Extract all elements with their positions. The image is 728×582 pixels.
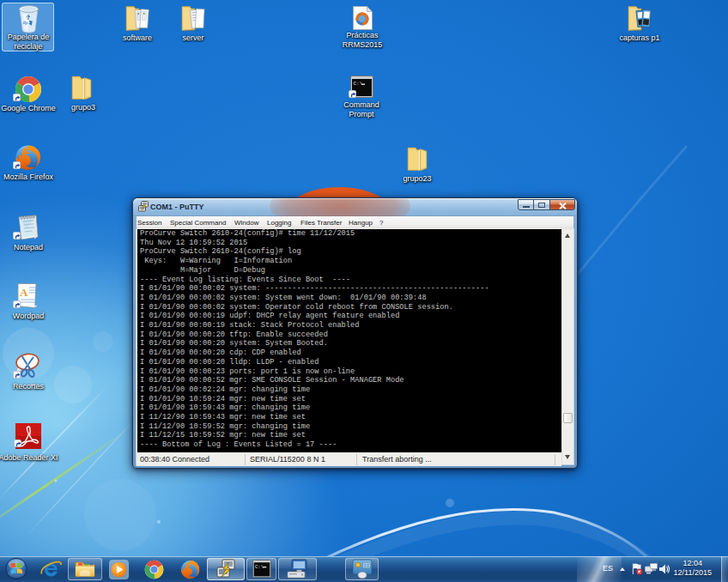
svg-text:A: A [20,286,28,299]
svg-text:C:\: C:\ [255,564,264,570]
